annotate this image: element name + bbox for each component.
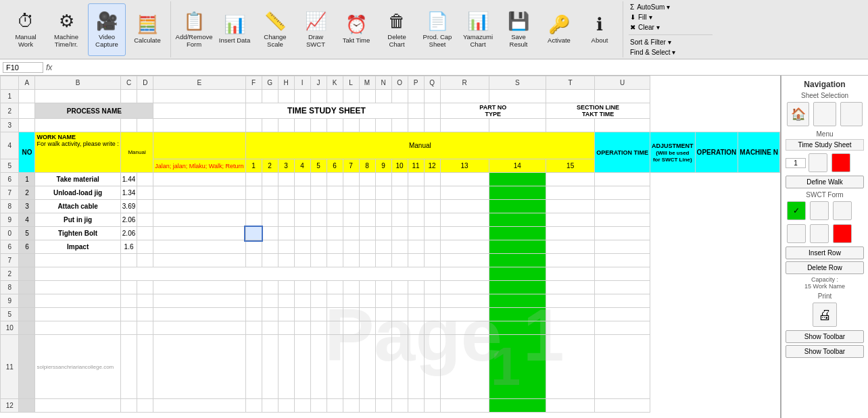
cell-O6[interactable] (391, 173, 408, 186)
cell-A12[interactable] (19, 254, 35, 267)
cell-R12[interactable] (440, 254, 489, 267)
cell-S15[interactable] (489, 294, 546, 308)
cell-H12[interactable] (278, 254, 294, 267)
cell-Q6[interactable] (424, 173, 440, 186)
cell-num-4[interactable]: 4 (294, 159, 310, 173)
cell-S6[interactable] (489, 173, 546, 186)
cell-A3[interactable] (19, 119, 35, 132)
cell-E14[interactable] (153, 281, 245, 294)
cell-B17[interactable] (35, 321, 120, 335)
cell-E7[interactable] (153, 186, 245, 200)
cell-L15[interactable] (343, 294, 359, 308)
cell-L10[interactable] (343, 227, 359, 240)
cell-A1[interactable] (19, 90, 35, 103)
cell-M15[interactable] (359, 294, 375, 308)
cell-C17[interactable] (120, 321, 137, 335)
cell-A19[interactable] (19, 399, 35, 413)
cell-Q2[interactable] (424, 103, 440, 119)
cell-val-1[interactable]: 1.44 (120, 173, 137, 186)
cell-val-3[interactable]: 3.69 (120, 200, 137, 213)
cell-L1[interactable] (343, 90, 359, 103)
cell-N9[interactable] (375, 213, 391, 227)
cell-K12[interactable] (327, 254, 343, 267)
cell-B14[interactable] (35, 281, 120, 294)
cell-L19[interactable] (343, 399, 359, 413)
cell-R14[interactable] (440, 281, 489, 294)
cell-E15[interactable] (153, 294, 245, 308)
cell-J10[interactable] (310, 227, 327, 240)
about-button[interactable]: ℹ About (581, 3, 619, 56)
cell-E6[interactable] (153, 173, 245, 186)
cell-H3[interactable] (278, 119, 294, 132)
cell-D1[interactable] (137, 90, 153, 103)
cell-D8[interactable] (137, 200, 153, 213)
cell-Q15[interactable] (424, 294, 440, 308)
cell-H7[interactable] (278, 186, 294, 200)
nav-green-btn[interactable]: ✓ (787, 201, 806, 220)
cell-J12[interactable] (310, 254, 327, 267)
cell-F1[interactable] (245, 90, 262, 103)
cell-N7[interactable] (375, 186, 391, 200)
insert-data-button[interactable]: 📊 Insert Data (216, 3, 254, 56)
cell-U6[interactable] (595, 173, 650, 186)
cell-work-6[interactable]: Impact (35, 240, 120, 254)
cell-D3[interactable] (137, 119, 153, 132)
cell-T7[interactable] (546, 186, 595, 200)
col-header-S[interactable]: S (489, 76, 546, 90)
cell-M18[interactable] (359, 335, 375, 399)
nav-insert-row-btn[interactable]: Insert Row (786, 246, 864, 259)
cell-G11[interactable] (262, 240, 278, 254)
cell-N17[interactable] (375, 321, 391, 335)
cell-R19[interactable] (440, 399, 489, 413)
cell-R7[interactable] (440, 186, 489, 200)
cell-K17[interactable] (327, 321, 343, 335)
cell-K15[interactable] (327, 294, 343, 308)
cell-F14[interactable] (245, 281, 262, 294)
cell-R8[interactable] (440, 200, 489, 213)
cell-process-name[interactable]: PROCESS NAME (35, 103, 153, 119)
cell-part-no[interactable]: PART NOTYPE (440, 103, 546, 119)
cell-num-9[interactable]: 9 (375, 159, 391, 173)
cell-O3[interactable] (391, 119, 408, 132)
nav-show-toolbar-btn[interactable]: Show Toolbar (786, 330, 864, 343)
cell-N3[interactable] (375, 119, 391, 132)
fill-button[interactable]: ⬇ Fill ▾ (629, 13, 713, 22)
cell-M9[interactable] (359, 213, 375, 227)
cell-L11[interactable] (343, 240, 359, 254)
cell-U11[interactable] (595, 240, 650, 254)
cell-M10[interactable] (359, 227, 375, 240)
cell-P1[interactable] (408, 90, 424, 103)
cell-P14[interactable] (408, 281, 424, 294)
sort-filter-button[interactable]: Sort & Filter ▾ (629, 38, 713, 47)
cell-G14[interactable] (262, 281, 278, 294)
cell-C14[interactable] (120, 281, 137, 294)
cell-T9[interactable] (546, 213, 595, 227)
cell-no-4[interactable]: 4 (19, 213, 35, 227)
cell-val-4[interactable]: 2.06 (120, 213, 137, 227)
cell-H19[interactable] (278, 399, 294, 413)
nav-red-btn1[interactable] (831, 153, 850, 172)
cell-num-2[interactable]: 2 (262, 159, 278, 173)
cell-C19[interactable] (120, 399, 137, 413)
cell-G16[interactable] (262, 308, 278, 321)
cell-P12[interactable] (408, 254, 424, 267)
cell-T13[interactable] (546, 267, 595, 281)
cell-T1[interactable] (546, 90, 595, 103)
col-header-O[interactable]: O (391, 76, 408, 90)
cell-K6[interactable] (327, 173, 343, 186)
col-header-F[interactable]: F (245, 76, 262, 90)
cell-I12[interactable] (294, 254, 310, 267)
cell-M11[interactable] (359, 240, 375, 254)
cell-O14[interactable] (391, 281, 408, 294)
cell-E17[interactable] (153, 321, 245, 335)
nav-show-toolbar-btn2[interactable]: Show Toolbar (786, 345, 864, 358)
cell-B16[interactable] (35, 308, 120, 321)
cell-work-5[interactable]: Tighten Bolt (35, 227, 120, 240)
cell-F16[interactable] (245, 308, 262, 321)
cell-N18[interactable] (375, 335, 391, 399)
nav-define-walk-btn[interactable]: Define Walk (786, 176, 864, 188)
cell-S17[interactable] (489, 321, 546, 335)
cell-T10[interactable] (546, 227, 595, 240)
cell-K8[interactable] (327, 200, 343, 213)
cell-G10[interactable] (262, 227, 278, 240)
